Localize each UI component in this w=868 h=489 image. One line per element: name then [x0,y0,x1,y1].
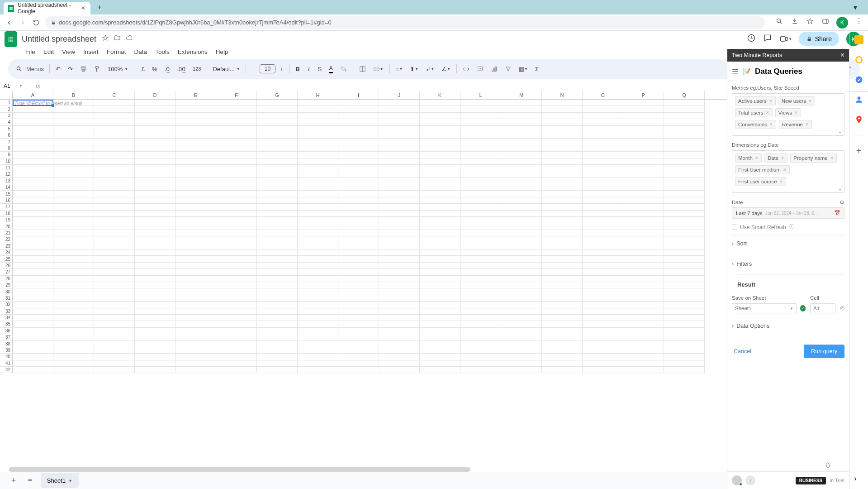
chip-remove-icon[interactable]: ✕ [783,168,787,172]
cell[interactable] [542,360,583,367]
cell[interactable] [460,158,501,165]
help-icon[interactable]: ⓘ [789,223,794,231]
cell[interactable] [257,191,298,197]
cell[interactable] [583,295,623,302]
cell[interactable] [379,197,420,204]
cell[interactable] [338,276,379,282]
cell[interactable] [460,178,501,184]
sheets-logo-icon[interactable] [5,31,17,47]
cell[interactable] [420,269,460,275]
cell[interactable] [664,288,705,295]
cell[interactable] [216,249,257,256]
cell[interactable] [94,295,135,302]
spreadsheet-grid[interactable]: ABCDEFGHIJKLMNOPQ 1234567891011121314151… [0,91,740,472]
cell[interactable] [175,139,216,145]
chip-remove-icon[interactable]: ✕ [830,156,834,160]
cell[interactable] [257,308,298,315]
row-header[interactable]: 28 [0,276,13,282]
cell[interactable] [623,354,664,360]
cell[interactable] [623,276,664,282]
cell[interactable] [216,171,257,177]
cell[interactable] [460,197,501,204]
paint-format-button[interactable] [91,63,104,75]
cell[interactable] [13,152,53,158]
cell[interactable] [53,302,94,308]
cell[interactable] [216,276,257,282]
cell[interactable] [542,119,583,125]
cell[interactable] [257,113,298,119]
cell[interactable] [420,347,460,354]
font-select[interactable]: Defaul...▼ [210,64,242,74]
cell[interactable] [53,256,94,262]
cell[interactable] [420,171,460,177]
cell[interactable] [379,269,420,275]
chevron-down-icon[interactable]: ▾ [846,2,864,13]
cell[interactable] [257,100,298,106]
cell[interactable] [623,197,664,204]
cell[interactable] [420,178,460,184]
col-header[interactable]: I [338,91,379,99]
cell[interactable] [338,145,379,152]
cell[interactable] [542,367,583,373]
cell[interactable] [298,132,338,139]
cell[interactable] [175,191,216,197]
cell[interactable] [542,243,583,249]
cell[interactable] [298,178,338,184]
cell[interactable] [175,354,216,360]
cell[interactable] [379,204,420,210]
cell[interactable] [583,282,623,288]
cell[interactable] [135,126,175,132]
cell[interactable] [664,321,705,327]
cell[interactable] [257,295,298,302]
cell[interactable] [338,171,379,177]
row-header[interactable]: 21 [0,230,13,236]
row-header[interactable]: 42 [0,367,13,373]
cell[interactable] [420,191,460,197]
decrease-decimal-button[interactable]: .0̲ [161,63,173,75]
cell[interactable] [13,249,53,256]
row-header[interactable]: 13 [0,178,13,184]
cell[interactable] [623,334,664,340]
cell[interactable] [501,145,542,152]
cell[interactable] [460,217,501,223]
cell[interactable] [501,236,542,243]
cell[interactable] [542,171,583,177]
cell[interactable] [583,204,623,210]
cell[interactable] [94,367,135,373]
calendar-icon[interactable] [854,35,863,44]
cell[interactable] [298,328,338,334]
cell[interactable] [460,269,501,275]
cell[interactable] [216,223,257,230]
cell[interactable] [420,211,460,217]
cell[interactable] [664,152,705,158]
merge-button[interactable]: ▼ [370,63,387,75]
cell[interactable] [338,158,379,165]
cell[interactable] [501,100,542,106]
cell[interactable] [583,100,623,106]
cell[interactable] [135,165,175,171]
cell[interactable] [583,152,623,158]
cell[interactable] [664,178,705,184]
cell[interactable] [298,139,338,145]
cell[interactable] [216,295,257,302]
chip[interactable]: Total users✕ [735,108,773,117]
cell[interactable] [664,113,705,119]
cell[interactable] [175,223,216,230]
redo-button[interactable]: ↷ [65,63,76,75]
cell[interactable] [420,119,460,125]
close-tab-icon[interactable]: ✕ [81,5,86,11]
cell[interactable] [175,367,216,373]
col-header[interactable]: P [623,91,664,99]
cell[interactable] [13,178,53,184]
zoom-select[interactable]: 100%▼ [105,64,132,74]
undo-button[interactable]: ↶ [52,63,64,75]
cell[interactable] [379,119,420,125]
cell[interactable] [664,249,705,256]
cell[interactable] [338,126,379,132]
cell[interactable] [542,340,583,347]
cell[interactable] [623,315,664,321]
cell[interactable] [542,152,583,158]
cell[interactable] [501,217,542,223]
cell[interactable] [13,367,53,373]
cell[interactable] [216,178,257,184]
